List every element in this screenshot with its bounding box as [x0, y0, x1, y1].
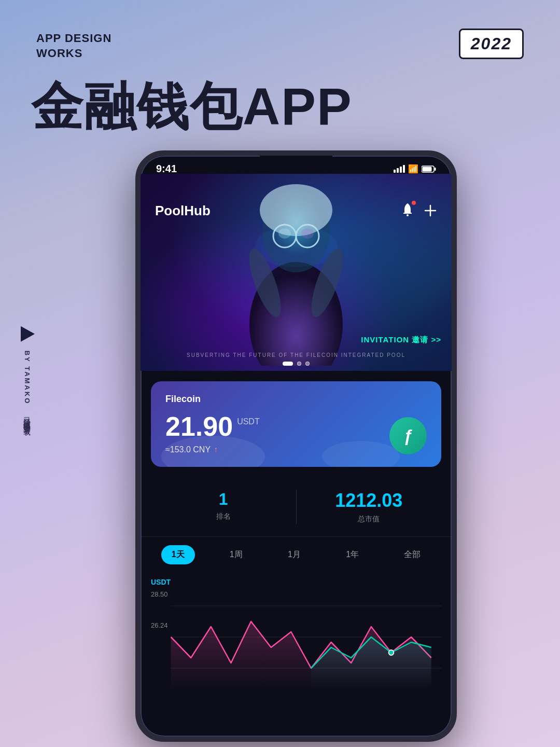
amount-section: 21.90 USDT ≈153.0 CNY ↑: [165, 413, 260, 454]
tab-1day[interactable]: 1天: [161, 545, 195, 564]
svg-point-12: [255, 226, 338, 267]
tab-1week[interactable]: 1周: [219, 545, 253, 564]
tab-1year[interactable]: 1年: [335, 545, 369, 564]
chart-area: USDT 28.50 26.24: [141, 573, 452, 694]
notification-bell[interactable]: [401, 202, 414, 219]
card-title: Filecoin: [165, 394, 427, 405]
signal-bar-2: [397, 168, 399, 173]
signal-bars: [394, 165, 405, 173]
filecoin-card: Filecoin 21.90 USDT ≈153.0 CNY ↑ ƒ: [151, 381, 441, 467]
year-badge: 2022: [459, 29, 524, 59]
amount-main: 21.90 USDT: [165, 413, 260, 440]
hero-area: PoolHub: [141, 174, 452, 371]
top-branding: APP DESIGN WORKS: [36, 31, 111, 61]
chart-low-value: 26.24: [151, 621, 168, 629]
phone-container: 9:41 📶: [135, 150, 457, 742]
svg-rect-2: [423, 167, 432, 171]
vertical-description: 已登录请继续滑动查看下载: [22, 411, 32, 423]
chart-currency-label: USDT: [151, 578, 441, 586]
card-amount-row: 21.90 USDT ≈153.0 CNY ↑ ƒ: [165, 413, 427, 454]
amount-cny: ≈153.0 CNY ↑: [165, 445, 260, 454]
play-icon: [17, 324, 37, 344]
dot-2: [297, 362, 301, 366]
subtitle-line1: APP DESIGN: [36, 31, 111, 46]
tab-all[interactable]: 全部: [394, 545, 431, 564]
invitation-banner[interactable]: INVITATION 邀请 >>: [361, 335, 441, 345]
svg-rect-3: [435, 168, 436, 171]
market-cap-stat: 1212.03 总市值: [297, 490, 442, 524]
price-chart: [151, 596, 441, 689]
tab-1month[interactable]: 1月: [277, 545, 311, 564]
hero-background: PoolHub: [141, 174, 452, 371]
svg-point-23: [389, 650, 394, 655]
time-tabs: 1天 1周 1月 1年 全部: [141, 537, 452, 573]
dot-3: [305, 362, 310, 366]
year-text: 2022: [471, 34, 512, 53]
rank-value: 1: [151, 490, 296, 509]
fil-coin-icon: ƒ: [389, 417, 427, 454]
rank-stat: 1 排名: [151, 490, 297, 524]
phone-notch: [260, 156, 332, 171]
signal-bar-3: [400, 167, 402, 173]
market-cap-label: 总市值: [297, 515, 442, 524]
svg-point-15: [407, 214, 409, 216]
stats-row: 1 排名 1212.03 总市值: [141, 477, 452, 537]
market-cap-value: 1212.03: [297, 490, 442, 511]
subtitle-line2: WORKS: [36, 46, 111, 61]
header-icons: [401, 202, 437, 219]
amount-number: 21.90: [165, 413, 233, 440]
signal-bar-4: [403, 165, 405, 173]
signal-bar-1: [394, 170, 396, 173]
main-title: 金融钱包APP: [31, 73, 353, 143]
status-icons: 📶: [394, 164, 436, 174]
slide-dots: [283, 362, 310, 366]
battery-icon: [422, 165, 436, 173]
up-arrow-icon: ↑: [214, 445, 218, 454]
author-text: BY TAMAKO: [23, 351, 31, 405]
status-time: 9:41: [156, 163, 177, 175]
svg-marker-0: [21, 326, 35, 342]
app-header: PoolHub: [141, 202, 452, 219]
left-sidebar: BY TAMAKO 已登录请继续滑动查看下载: [17, 324, 37, 424]
rank-label: 排名: [151, 512, 296, 521]
dot-1: [283, 362, 293, 366]
subvert-text: SUBVERTING THE FUTURE OF THE FILECOIN IN…: [187, 352, 405, 358]
wifi-icon: 📶: [408, 164, 418, 174]
chart-container: 28.50 26.24: [151, 590, 441, 694]
fil-symbol: ƒ: [403, 426, 413, 446]
add-icon[interactable]: [424, 204, 437, 217]
notification-dot: [412, 201, 416, 205]
app-logo: PoolHub: [155, 203, 211, 219]
amount-currency: USDT: [237, 417, 260, 426]
phone-frame: 9:41 📶: [135, 150, 457, 742]
chart-high-value: 28.50: [151, 590, 168, 598]
